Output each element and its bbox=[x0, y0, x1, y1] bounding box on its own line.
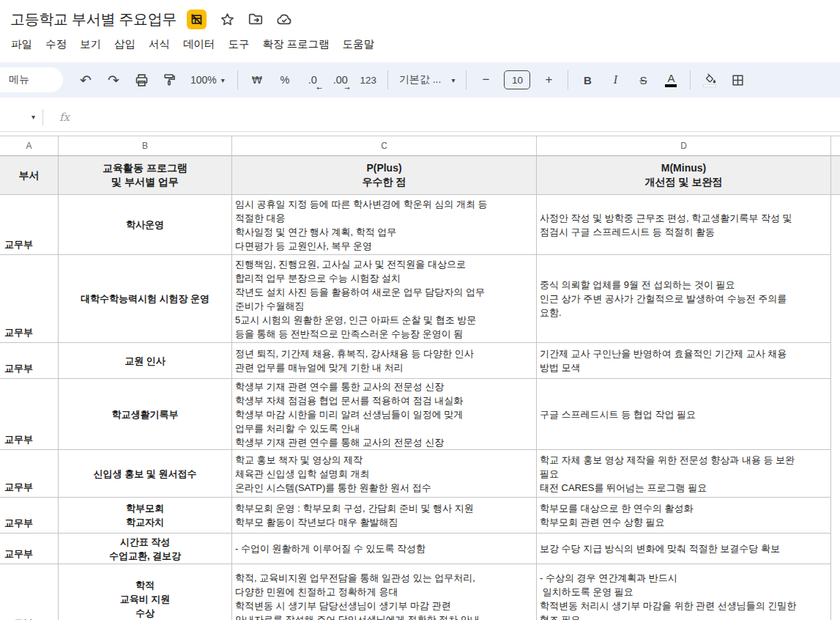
increase-font-size-button[interactable]: + bbox=[538, 69, 560, 91]
cell-dept[interactable]: 교무부 bbox=[0, 564, 59, 620]
menu-extensions[interactable]: 확장 프로그램 bbox=[256, 35, 336, 53]
cell-plus[interactable]: 학생부 기재 관련 연수를 통한 교사의 전문성 신장 학생부 자체 점검용 협… bbox=[232, 379, 537, 450]
formula-bar-divider bbox=[42, 109, 43, 125]
decrease-decimal-icon[interactable]: .0 ← bbox=[302, 69, 324, 91]
cell-empty[interactable] bbox=[831, 156, 840, 195]
menu-format[interactable]: 서식 bbox=[142, 35, 176, 53]
italic-button[interactable]: I bbox=[604, 69, 626, 91]
cell-empty[interactable] bbox=[831, 343, 840, 379]
cell-program[interactable]: 학부모회 학교자치 bbox=[59, 498, 232, 534]
menu-file[interactable]: 파일 bbox=[4, 35, 39, 53]
cell-empty[interactable] bbox=[831, 564, 840, 620]
cell-minus[interactable]: 기간제 교사 구인난을 반영하여 효율적인 기간제 교사 채용 방법 모색 bbox=[537, 343, 831, 379]
cell-dept[interactable]: 교무부 bbox=[0, 379, 59, 450]
star-icon[interactable] bbox=[219, 11, 235, 27]
undo-icon[interactable]: ↶ bbox=[75, 69, 97, 91]
percent-format-icon[interactable]: % bbox=[274, 69, 296, 91]
cell-minus[interactable]: 구글 스프레드시트 등 협업 작업 필요 bbox=[537, 379, 831, 450]
column-header-b[interactable]: B bbox=[59, 136, 232, 156]
decrease-decimal-label: .0 bbox=[308, 74, 317, 86]
cell-dept[interactable]: 교무부 bbox=[0, 498, 59, 534]
more-formats-icon[interactable]: 123 bbox=[357, 69, 379, 91]
cell-plus[interactable]: 정년 퇴직, 기간제 채용, 휴복직, 강사채용 등 다양한 인사 관련 업무를… bbox=[232, 343, 537, 379]
search-menus-button[interactable]: 메뉴 bbox=[0, 67, 63, 92]
column-header-a[interactable]: A bbox=[0, 136, 59, 156]
cell-program[interactable]: 학교생활기록부 bbox=[59, 379, 232, 450]
cell-empty[interactable] bbox=[831, 534, 840, 564]
move-folder-icon[interactable] bbox=[248, 11, 264, 27]
toolbar-divider bbox=[690, 70, 691, 89]
menu-data[interactable]: 데이터 bbox=[176, 35, 222, 53]
header-cell-program[interactable]: 교육활동 프로그램 및 부서별 업무 bbox=[59, 156, 232, 195]
menu-help[interactable]: 도움말 bbox=[336, 35, 382, 53]
menu-view[interactable]: 보기 bbox=[73, 35, 108, 53]
cell-program[interactable]: 교원 인사 bbox=[59, 343, 232, 379]
redo-icon[interactable]: ↷ bbox=[103, 69, 124, 91]
fill-color-swatch bbox=[703, 84, 716, 87]
cell-empty[interactable] bbox=[831, 255, 840, 343]
cell-minus[interactable]: 사정안 작성 및 방학중 근무조 편성, 학교생활기록부 작성 및 점검시 구글… bbox=[537, 195, 831, 255]
cell-dept[interactable]: 교무부 bbox=[0, 450, 59, 498]
decrease-font-size-button[interactable]: − bbox=[475, 69, 497, 91]
menus-label: 메뉴 bbox=[9, 73, 29, 86]
cell-plus[interactable]: 학적, 교육비지원 업무전담을 통해 일관성 있는 업무처리, 다양한 민원에 … bbox=[232, 564, 537, 620]
name-box[interactable]: ▾ bbox=[0, 113, 42, 121]
cell-minus[interactable]: 학부모를 대상으로 한 연수의 활성화 학부모회 관련 연수 상향 필요 bbox=[537, 498, 831, 534]
cell-dept[interactable]: 교무부 bbox=[0, 255, 59, 343]
google-sheets-app: 고등학교 부서별 주요업무 파일 수정 보기 삽입 서식 데이터 도구 확장 프… bbox=[0, 0, 840, 620]
cell-dept[interactable]: 교무부 bbox=[0, 343, 59, 379]
cell-empty[interactable] bbox=[831, 498, 840, 534]
text-color-button[interactable]: A bbox=[660, 69, 682, 91]
currency-format-icon[interactable]: ₩ bbox=[246, 69, 268, 91]
cell-empty[interactable] bbox=[831, 195, 840, 255]
table-row: 교무부 신입생 홍보 및 원서접수 학교 홍보 책자 및 영상의 제작 체육관 … bbox=[0, 450, 840, 498]
column-header-c[interactable]: C bbox=[232, 136, 537, 156]
cell-plus[interactable]: 학부모회 운영 : 학부모회 구성, 간담회 준비 및 행사 지원 학부모 활동… bbox=[232, 498, 537, 534]
cell-program[interactable]: 시간표 작성 수업교환, 결보강 bbox=[59, 534, 232, 564]
header-cell-plus[interactable]: P(Plus) 우수한 점 bbox=[232, 156, 537, 195]
cell-minus[interactable]: 중식 의뢰할 업체를 9월 전 섭외하는 것이 필요 인근 상가 주변 공사가 … bbox=[537, 255, 831, 343]
header-cell-minus[interactable]: M(Minus) 개선점 및 보완점 bbox=[537, 156, 831, 195]
menu-insert[interactable]: 삽입 bbox=[108, 35, 142, 53]
cell-dept[interactable]: 교무부 bbox=[0, 534, 59, 564]
table-row: 교무부 시간표 작성 수업교환, 결보강 - 수업이 원활하게 이루어질 수 있… bbox=[0, 534, 840, 564]
column-header-row: A B C D bbox=[0, 136, 840, 156]
paint-format-icon[interactable] bbox=[158, 69, 180, 91]
bold-button[interactable]: B bbox=[576, 69, 598, 91]
cell-empty[interactable] bbox=[831, 450, 840, 498]
cell-dept[interactable]: 교무부 bbox=[0, 195, 59, 255]
cell-program[interactable]: 학사운영 bbox=[59, 195, 232, 255]
cell-empty[interactable] bbox=[831, 379, 840, 450]
column-header-d[interactable]: D bbox=[537, 136, 831, 156]
print-icon[interactable] bbox=[130, 69, 152, 91]
cell-minus[interactable]: - 수상의 경우 연간계획과 반드시 일치하도록 운영 필요 학적변동 처리시 … bbox=[537, 564, 831, 620]
cell-plus[interactable]: - 수업이 원활하게 이루어질 수 있도록 작성함 bbox=[232, 534, 537, 564]
cloud-check-icon[interactable] bbox=[276, 11, 292, 27]
font-family-select[interactable]: 기본값 ... ▾ bbox=[393, 69, 461, 91]
menu-edit[interactable]: 수정 bbox=[39, 35, 73, 53]
cell-minus[interactable]: 보강 수당 지급 방식의 변화에 맞춰 적절한 보결수당 확보 bbox=[537, 534, 831, 564]
cell-program[interactable]: 신입생 홍보 및 원서접수 bbox=[59, 450, 232, 498]
strikethrough-button[interactable]: S bbox=[632, 69, 654, 91]
zoom-select[interactable]: 100% ▾ bbox=[185, 69, 231, 91]
fx-icon[interactable]: fx bbox=[59, 111, 70, 124]
menu-tools[interactable]: 도구 bbox=[222, 35, 256, 53]
borders-icon[interactable] bbox=[726, 69, 748, 91]
cell-plus[interactable]: 임시 공휴일 지정 등에 따른 학사변경에 학운위 심의 개최 등 적절한 대응… bbox=[232, 195, 537, 255]
document-title[interactable]: 고등학교 부서별 주요업무 bbox=[10, 10, 176, 29]
cell-program[interactable]: 학적 교육비 지원 수상 bbox=[59, 564, 232, 620]
spreadsheet-grid: A B C D 부서 교육활동 프로그램 및 부서별 업무 P(Plus) 우수… bbox=[0, 136, 840, 620]
column-header-partial[interactable] bbox=[831, 136, 840, 156]
increase-decimal-icon[interactable]: .00 → bbox=[330, 69, 352, 91]
font-size-input[interactable]: 10 bbox=[504, 70, 530, 89]
cell-plus[interactable]: 진행책임, 진행요원, 고사실 교사 및 전직원을 대상으로 합리적 업무 분장… bbox=[232, 255, 537, 343]
fill-color-icon[interactable] bbox=[699, 69, 721, 91]
toolbar: 메뉴 ↶ ↷ 100% ▾ ₩ % .0 ← .00 → 123 기본값 ...… bbox=[0, 62, 840, 97]
cell-minus[interactable]: 학교 자체 홍보 영상 제작을 위한 전문성 향상과 내용 등 보완 필요 태전… bbox=[537, 450, 831, 498]
header-cell-dept[interactable]: 부서 bbox=[0, 156, 59, 195]
table-row: 교무부 학적 교육비 지원 수상 학적, 교육비지원 업무전담을 통해 일관성 … bbox=[0, 564, 840, 620]
toolbar-divider bbox=[466, 70, 467, 89]
cell-plus[interactable]: 학교 홍보 책자 및 영상의 제작 체육관 신입생 입학 설명회 개최 온라인 … bbox=[232, 450, 537, 498]
chevron-down-icon: ▾ bbox=[31, 113, 35, 121]
cell-program[interactable]: 대학수학능력시험 시험장 운영 bbox=[59, 255, 232, 343]
